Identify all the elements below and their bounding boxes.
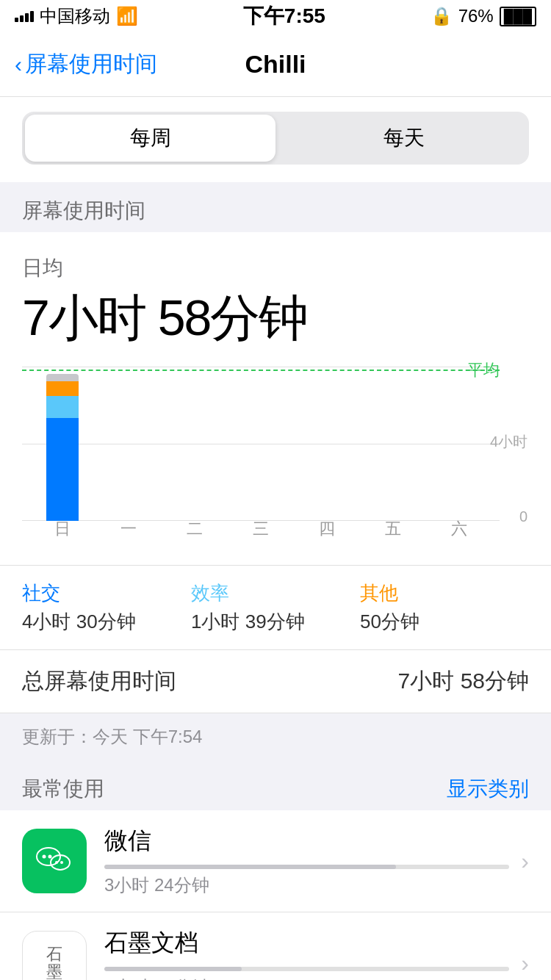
update-info: 更新于：今天 下午7:54 [0,713,551,760]
day-label-1: 一 [107,518,151,540]
wifi-icon: 📶 [116,6,138,26]
day-label-2: 二 [173,518,217,540]
most-used-label: 最常使用 [22,775,104,803]
chevron-wechat: › [521,848,529,875]
bar-stack-0 [46,374,79,521]
shimo-icon-text: 石墨 [46,945,62,980]
svg-point-5 [60,861,63,864]
day-label-5: 五 [371,518,415,540]
bar-blue-0 [46,418,79,521]
page-title: Chilli [245,50,306,79]
day-label-4: 四 [305,518,349,540]
svg-point-2 [48,855,52,859]
segment-wrapper: 每周 每天 [0,97,551,182]
avg-label: 平均 [467,359,500,381]
bar-orange-0 [46,381,79,396]
segment-weekly[interactable]: 每周 [25,115,276,162]
total-row[interactable]: 总屏幕使用时间 7小时 58分钟 [0,649,551,713]
app-bar-wechat [104,865,396,869]
category-social-name: 社交 [22,580,191,606]
svg-point-4 [55,861,58,864]
bar-day-0 [40,374,84,521]
bar-cyan-0 [46,396,79,418]
category-social-time: 4小时 30分钟 [22,609,191,635]
app-bar-shimo [104,967,242,971]
back-button[interactable]: ‹ 屏幕使用时间 [15,49,157,79]
app-name-wechat: 微信 [104,825,509,857]
chevron-left-icon: ‹ [15,52,22,77]
category-efficiency-name: 效率 [191,580,360,606]
day-label-0: 日 [40,518,84,540]
category-row: 社交 4小时 30分钟 效率 1小时 39分钟 其他 50分钟 [0,565,551,649]
status-time: 下午7:55 [243,2,325,30]
grid-0-label: 0 [519,508,527,525]
bars-row [22,367,500,521]
chart-section: 日均 7小时 58分钟 4小时 0 平均 [0,232,551,565]
show-category-button[interactable]: 显示类别 [447,775,529,803]
app-name-shimo: 石墨文档 [104,927,509,959]
app-info-wechat: 微信 3小时 24分钟 [104,825,509,897]
app-item-shimo[interactable]: 石墨 石墨文档 1小时 36分钟 › [0,912,551,980]
section-label: 屏幕使用时间 [0,182,551,232]
app-info-shimo: 石墨文档 1小时 36分钟 [104,927,509,980]
signal-icon [15,11,34,22]
wechat-icon [34,840,75,882]
total-value: 7小时 58分钟 [398,666,529,696]
category-other-name: 其他 [360,580,529,606]
app-bar-container-wechat [104,865,509,869]
back-label: 屏幕使用时间 [25,49,157,79]
lock-icon: 🔒 [431,6,453,26]
category-social: 社交 4小时 30分钟 [22,580,191,635]
category-other: 其他 50分钟 [360,580,529,635]
category-other-time: 50分钟 [360,609,529,635]
daily-label: 日均 [22,254,529,282]
day-label-6: 六 [437,518,481,540]
carrier-label: 中国移动 [40,4,110,28]
app-time-wechat: 3小时 24分钟 [104,873,509,897]
segment-daily[interactable]: 每天 [278,112,529,165]
bar-chart: 4小时 0 平均 [22,367,529,543]
total-label: 总屏幕使用时间 [22,666,176,696]
category-efficiency-time: 1小时 39分钟 [191,609,360,635]
bar-gray-0 [46,374,79,381]
nav-bar: ‹ 屏幕使用时间 Chilli [0,32,551,97]
svg-point-1 [43,855,46,859]
most-used-header: 最常使用 显示类别 [0,760,551,810]
status-left: 中国移动 📶 [15,4,138,28]
battery-icon: ███ [500,7,536,26]
status-bar: 中国移动 📶 下午7:55 🔒 76% ███ [0,0,551,32]
segment-control: 每周 每天 [22,112,529,165]
battery-label: 76% [458,6,494,26]
app-icon-shimo: 石墨 [22,931,87,980]
app-item-wechat[interactable]: 微信 3小时 24分钟 › [0,810,551,912]
day-labels: 日 一 二 三 四 五 六 [22,518,500,540]
avg-line: 平均 [22,370,500,371]
daily-time: 7小时 58分钟 [22,285,529,352]
app-time-shimo: 1小时 36分钟 [104,976,509,980]
app-icon-wechat [22,829,87,893]
category-efficiency: 效率 1小时 39分钟 [191,580,360,635]
chevron-shimo: › [521,950,529,977]
app-list: 微信 3小时 24分钟 › 石墨 石墨文档 1小时 36分钟 › 🌐 微博 [0,810,551,980]
app-bar-container-shimo [104,967,509,971]
status-right: 🔒 76% ███ [431,6,536,26]
day-label-3: 三 [239,518,283,540]
